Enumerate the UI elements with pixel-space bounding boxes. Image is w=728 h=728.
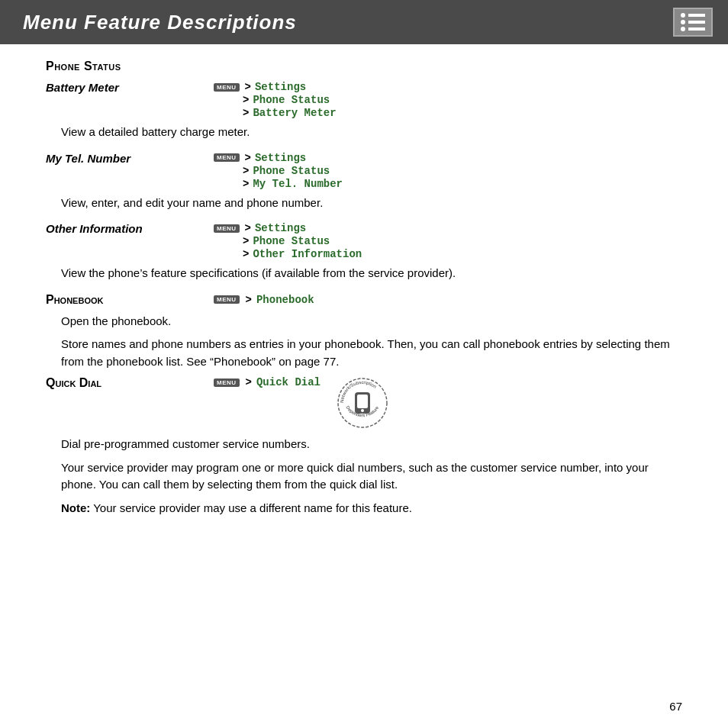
my-tel-number-row: My Tel. Number MENU > Settings > Phone S… — [46, 152, 682, 190]
menu-badge-1: MENU — [214, 83, 240, 92]
quick-dial-heading: Quick Dial — [46, 376, 214, 390]
phonebook-desc-1: Open the phonebook. — [61, 313, 682, 330]
other-information-desc: View the phone’s feature specifications … — [61, 265, 682, 282]
quick-dial-row: Quick Dial MENU > Quick Dial — [46, 376, 682, 430]
menu-list-icon — [673, 8, 713, 37]
phonebook-row: Phonebook MENU > Phonebook — [46, 293, 682, 307]
my-tel-number-path: MENU > Settings > Phone Status > My Tel.… — [214, 152, 343, 190]
battery-meter-path-line-3: > Battery Meter — [214, 107, 337, 119]
note-content: Your service provider may use a differen… — [90, 501, 412, 514]
page-title: Menu Feature Descriptions — [23, 11, 297, 34]
my-tel-number-path-line-2: > Phone Status — [214, 165, 343, 177]
phonebook-path: MENU > Phonebook — [214, 294, 314, 306]
battery-meter-path-line-1: MENU > Settings — [214, 81, 337, 93]
other-information-label: Other Information — [46, 222, 214, 235]
svg-point-3 — [361, 409, 364, 412]
quick-dial-note: Note: Your service provider may use a di… — [61, 500, 682, 517]
menu-badge-3: MENU — [214, 224, 240, 233]
svg-rect-2 — [357, 395, 368, 408]
phonebook-heading: Phonebook — [46, 293, 214, 307]
quick-dial-desc-2: Your service provider may program one or… — [61, 459, 682, 494]
network-subscription-icon: Network/Subscription Dependent Feature — [336, 376, 389, 430]
phonebook-desc-2: Store names and phone numbers as entries… — [61, 336, 682, 370]
menu-badge-2: MENU — [214, 153, 240, 162]
page-header: Menu Feature Descriptions — [0, 0, 728, 44]
menu-badge-quick-dial: MENU — [214, 378, 240, 387]
other-information-path: MENU > Settings > Phone Status > Other I… — [214, 222, 362, 260]
battery-meter-row: Battery Meter MENU > Settings > Phone St… — [46, 81, 682, 119]
battery-meter-path-line-2: > Phone Status — [214, 94, 337, 106]
page-content: Phone Status Battery Meter MENU > Settin… — [0, 44, 728, 538]
other-information-row: Other Information MENU > Settings > Phon… — [46, 222, 682, 260]
battery-meter-desc: View a detailed battery charge meter. — [61, 124, 682, 141]
my-tel-number-path-line-3: > My Tel. Number — [214, 178, 343, 190]
quick-dial-path: MENU > Quick Dial — [214, 376, 321, 388]
quick-dial-desc-1: Dial pre-programmed customer service num… — [61, 436, 682, 453]
note-label: Note: — [61, 501, 90, 514]
other-information-path-line-1: MENU > Settings — [214, 222, 362, 234]
quick-dial-path-container: MENU > Quick Dial — [214, 376, 682, 430]
my-tel-number-desc: View, enter, and edit your name and phon… — [61, 195, 682, 212]
my-tel-number-label: My Tel. Number — [46, 152, 214, 165]
menu-badge-phonebook: MENU — [214, 295, 240, 304]
phone-status-heading: Phone Status — [46, 60, 682, 73]
other-information-path-line-2: > Phone Status — [214, 235, 362, 247]
battery-meter-path: MENU > Settings > Phone Status > Battery… — [214, 81, 337, 119]
battery-meter-label: Battery Meter — [46, 81, 214, 94]
my-tel-number-path-line-1: MENU > Settings — [214, 152, 343, 164]
other-information-path-line-3: > Other Information — [214, 248, 362, 260]
page-number: 67 — [669, 700, 682, 713]
